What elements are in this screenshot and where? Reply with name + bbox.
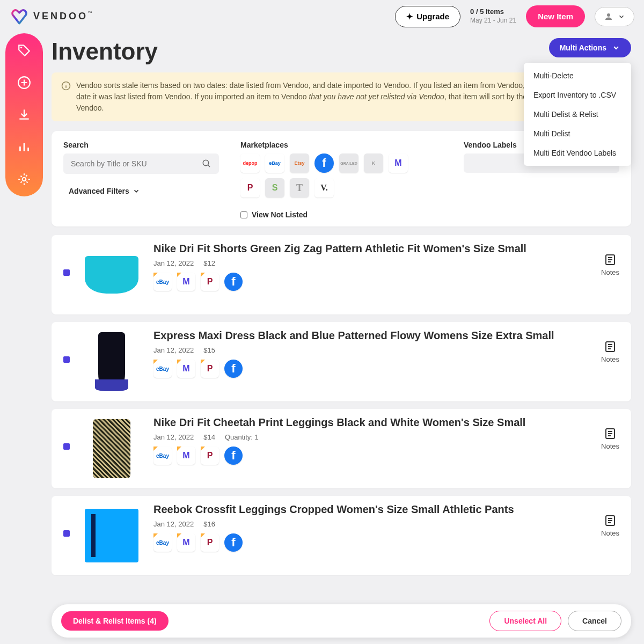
chevron-down-icon — [618, 13, 625, 20]
logo[interactable]: VENDOO™ — [10, 7, 94, 26]
dropdown-delist-relist[interactable]: Multi Delist & Relist — [524, 105, 631, 124]
mkt-facebook[interactable]: f — [314, 153, 334, 173]
item-checkbox[interactable] — [63, 269, 70, 276]
mkt-grailed[interactable]: GRAILED — [339, 153, 358, 173]
item-price: $12 — [203, 259, 215, 267]
notes-label: Notes — [601, 442, 619, 450]
tag-icon — [17, 43, 31, 57]
profile-menu-button[interactable] — [595, 7, 634, 26]
notes-icon — [604, 340, 617, 353]
quota-period: May 21 - Jun 21 — [470, 17, 516, 25]
listing-mercari[interactable]: M — [177, 360, 195, 378]
quota-count: 0 / 5 Items — [470, 8, 516, 17]
adv-filters-label: Advanced Filters — [69, 187, 129, 195]
mkt-mercari[interactable]: M — [389, 153, 408, 173]
mkt-etsy[interactable]: Etsy — [290, 153, 309, 173]
mkt-shopify[interactable]: S — [265, 178, 284, 197]
search-box[interactable] — [63, 153, 219, 174]
item-date: Jan 12, 2022 — [153, 520, 194, 528]
listing-poshmark[interactable]: P — [201, 533, 219, 552]
header: VENDOO™ ✦ Upgrade 0 / 5 Items May 21 - J… — [0, 0, 644, 33]
mkt-kidizen[interactable]: K — [364, 153, 383, 173]
header-right: ✦ Upgrade 0 / 5 Items May 21 - Jun 21 Ne… — [395, 5, 634, 27]
notes-icon — [604, 427, 617, 440]
item-checkbox[interactable] — [63, 443, 70, 450]
listing-ebay[interactable]: eBay — [153, 273, 172, 291]
listing-ebay[interactable]: eBay — [153, 447, 172, 465]
cancel-button[interactable]: Cancel — [568, 611, 621, 631]
chart-icon — [17, 140, 31, 154]
listing-poshmark[interactable]: P — [201, 360, 219, 378]
item-notes-button[interactable]: Notes — [601, 340, 619, 363]
listing-mercari[interactable]: M — [177, 447, 195, 465]
notes-label: Notes — [601, 355, 619, 363]
item-listings: eBay M P f — [153, 273, 591, 291]
list-item: Reebok Crossfit Leggings Cropped Women's… — [52, 496, 631, 575]
listing-mercari[interactable]: M — [177, 273, 195, 291]
mkt-poshmark[interactable]: P — [240, 178, 260, 197]
new-item-button[interactable]: New Item — [526, 5, 585, 27]
sidebar-item-inventory[interactable] — [17, 43, 32, 58]
notes-icon — [604, 514, 617, 527]
sidebar-item-analytics[interactable] — [17, 140, 32, 155]
list-item: Nike Dri Fit Cheetah Print Leggings Blac… — [52, 409, 631, 488]
item-title[interactable]: Nike Dri Fit Shorts Green Zig Zag Patter… — [153, 243, 591, 255]
item-listings: eBay M P f — [153, 447, 591, 465]
item-thumbnail[interactable] — [79, 243, 144, 307]
upgrade-label: Upgrade — [416, 12, 449, 21]
mkt-vestiaire[interactable]: V. — [314, 178, 334, 197]
multi-actions-button[interactable]: Multi Actions — [549, 38, 631, 57]
item-title[interactable]: Reebok Crossfit Leggings Cropped Women's… — [153, 503, 591, 516]
mkt-ebay[interactable]: eBay — [265, 153, 284, 173]
dropdown-edit-labels[interactable]: Multi Edit Vendoo Labels — [524, 143, 631, 163]
listing-poshmark[interactable]: P — [201, 273, 219, 291]
item-title[interactable]: Nike Dri Fit Cheetah Print Leggings Blac… — [153, 416, 591, 429]
main: Inventory Multi Actions Multi-Delete Exp… — [52, 33, 644, 575]
title-row: Inventory Multi Actions Multi-Delete Exp… — [52, 38, 631, 72]
advanced-filters-toggle[interactable]: Advanced Filters — [63, 187, 219, 195]
item-listings: eBay M P f — [153, 533, 591, 552]
listing-ebay[interactable]: eBay — [153, 360, 172, 378]
sidebar-item-settings[interactable] — [17, 172, 32, 187]
item-date: Jan 12, 2022 — [153, 433, 194, 441]
svg-point-3 — [23, 178, 26, 181]
listing-facebook[interactable]: f — [224, 273, 243, 291]
chevron-down-icon — [612, 43, 620, 52]
sidebar-item-import[interactable] — [17, 107, 32, 122]
listing-ebay[interactable]: eBay — [153, 533, 172, 552]
search-icon — [202, 159, 211, 169]
upgrade-button[interactable]: ✦ Upgrade — [395, 6, 460, 27]
listing-poshmark[interactable]: P — [201, 447, 219, 465]
listing-mercari[interactable]: M — [177, 533, 195, 552]
item-checkbox[interactable] — [63, 356, 70, 363]
listing-facebook[interactable]: f — [224, 447, 243, 465]
logo-heart-icon — [10, 7, 29, 26]
item-notes-button[interactable]: Notes — [601, 253, 619, 276]
item-notes-button[interactable]: Notes — [601, 427, 619, 450]
listing-facebook[interactable]: f — [224, 533, 243, 552]
view-not-listed-checkbox[interactable] — [240, 211, 247, 218]
unselect-all-button[interactable]: Unselect All — [489, 611, 561, 631]
item-thumbnail[interactable] — [79, 330, 144, 394]
item-notes-button[interactable]: Notes — [601, 514, 619, 537]
sidebar-item-add[interactable] — [17, 75, 32, 90]
search-input[interactable] — [71, 159, 200, 168]
svg-point-5 — [203, 160, 209, 166]
dropdown-multi-delist[interactable]: Multi Delist — [524, 124, 631, 143]
item-price: $14 — [203, 433, 215, 441]
item-thumbnail[interactable] — [79, 503, 144, 568]
item-thumbnail[interactable] — [79, 416, 144, 481]
page-title: Inventory — [52, 38, 158, 65]
mkt-tradesy[interactable]: T — [290, 178, 309, 197]
item-title[interactable]: Express Maxi Dress Black and Blue Patter… — [153, 330, 591, 342]
delist-relist-button[interactable]: Delist & Relist Items (4) — [61, 611, 169, 631]
dropdown-multi-delete[interactable]: Multi-Delete — [524, 66, 631, 85]
item-price: $15 — [203, 346, 215, 354]
sparkle-icon: ✦ — [406, 12, 413, 21]
listing-facebook[interactable]: f — [224, 360, 243, 378]
view-not-listed-label: View Not Listed — [252, 210, 308, 219]
list-item: Express Maxi Dress Black and Blue Patter… — [52, 322, 631, 401]
mkt-depop[interactable]: depop — [240, 153, 260, 173]
dropdown-export-csv[interactable]: Export Inventory to .CSV — [524, 85, 631, 105]
item-checkbox[interactable] — [63, 530, 70, 537]
